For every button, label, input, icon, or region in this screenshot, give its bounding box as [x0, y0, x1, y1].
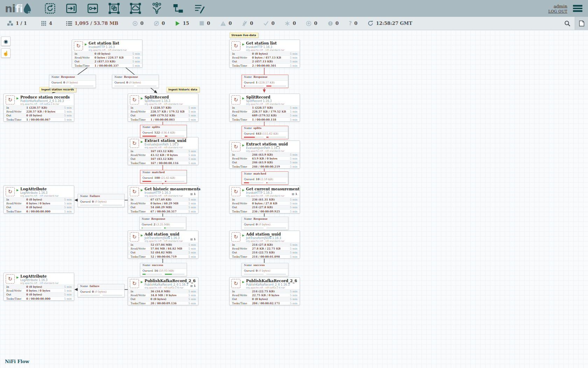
search-icon: [564, 20, 570, 27]
connection-label-success-right[interactable]: NamesuccessQueued0 (0 bytes): [241, 263, 288, 276]
stat-label: Out: [6, 114, 11, 117]
processor-produce-station-records[interactable]: ↻▶Produce station recordsPublishKafkaRec…: [4, 94, 74, 122]
input-port-component-button[interactable]: [65, 2, 78, 15]
hand-select-button[interactable]: ☝: [1, 48, 10, 58]
stat-value: 1 (228.57 KB): [252, 106, 273, 109]
stat-label: Tasks/Time: [131, 255, 146, 258]
processor-split-record-middle[interactable]: ↻▶SplitRecordSplitRecord 1.16.3org.apach…: [128, 94, 198, 122]
process-group-component-button[interactable]: [108, 2, 120, 15]
processor-log-attribute-bottom[interactable]: ↻▶LogAttributeLogAttribute 1.16.3org.apa…: [4, 273, 74, 301]
component-toolbar: [44, 2, 206, 15]
logout-link[interactable]: LOG OUT: [548, 9, 567, 13]
processor-type: JoltTransformJSON 1.16.3: [246, 237, 281, 240]
data-size-gauge: [266, 274, 286, 275]
queued-count: 522: [154, 131, 160, 134]
running-status-icon: ▶: [242, 97, 244, 100]
stat-window: 5 min: [188, 206, 196, 209]
processor-publish-kafka-middle[interactable]: ↻▶PublishKafkaRecord_2_6PublishKafkaReco…: [128, 277, 198, 305]
stat-label: Out: [6, 293, 11, 296]
queued-count: 0: [256, 223, 258, 226]
processor-component-button[interactable]: [44, 2, 56, 15]
stat-window: 5 min: [188, 198, 196, 201]
connection-label-splits-right[interactable]: NamesplitsQueued443 (115.62 KB): [241, 126, 288, 139]
processor-publish-kafka-right[interactable]: ↻▶PublishKafkaRecord_2_6PublishKafkaReco…: [229, 277, 300, 305]
stat-label: In: [232, 106, 235, 109]
connection-label-failure-bottom[interactable]: NamefailureQueued0 (0 bytes): [78, 284, 125, 297]
processor-get-station-list-left[interactable]: ↻▶Get station listInvokeHTTP 1.16.3org.a…: [72, 40, 142, 68]
stat-window: 5 min: [132, 64, 140, 67]
stat-window: 5 min: [132, 60, 140, 63]
stat-value: 52 / 00:00:06.719: [150, 255, 176, 258]
connection-label-response-left-b[interactable]: NameResponseQueued0 (0 bytes): [112, 75, 159, 88]
flow-canvas[interactable]: ◉ ☝ NiFi Flow Ingest station recordsInge…: [0, 30, 588, 368]
connection-label-response-left-a[interactable]: NameResponseQueued0 (0 bytes): [49, 75, 96, 88]
stat-window: 5 min: [188, 255, 196, 258]
stat-value: 0 (0 bytes): [26, 293, 42, 296]
stale-count: 0: [314, 21, 317, 26]
processor-get-current-measurement[interactable]: ↻▶Get current measurementInvokeHTTP 1.16…: [229, 185, 300, 213]
processor-type: PublishKafkaRecord_2_6 1.16.3: [246, 283, 290, 286]
connection-label-response-middle[interactable]: NameResponseQueued2 (3.25 MB): [139, 217, 186, 230]
output-port-component-button[interactable]: [86, 2, 99, 15]
refresh-icon[interactable]: [368, 20, 373, 26]
running-icon: [175, 21, 180, 26]
processor-get-historic-measurements[interactable]: ↻▶Get historic measurementsInvokeHTTP 1.…: [128, 185, 198, 213]
stat-value: 36 (34.8 MB): [150, 290, 170, 293]
breadcrumb[interactable]: NiFi Flow: [5, 359, 29, 364]
stat-value: 52 (84.82 MB): [150, 251, 172, 254]
connection-label-matched-middle[interactable]: NamematchedQueued100 (25.43 KB): [140, 170, 187, 183]
remote-process-group-component-button[interactable]: [129, 2, 142, 15]
stat-row: Read/Write0 bytes / 0 bytes5 min: [4, 201, 74, 205]
birdseye-panel-toggle-button[interactable]: [575, 17, 588, 30]
invalid-warning-icon: [220, 21, 226, 26]
stat-label: Out: [232, 161, 237, 164]
stat-label: Out: [6, 206, 11, 209]
processor-header: ↻▶SplitRecordSplitRecord 1.16.3org.apach…: [230, 94, 300, 105]
template-component-button[interactable]: [172, 2, 184, 15]
processor-extract-station-uuid-middle[interactable]: ↻▶Extract station_uuidEvaluateJsonPath 1…: [128, 137, 198, 165]
stat-value: 1 / 00:00:00.337: [94, 64, 119, 67]
stat-label: Out: [232, 114, 237, 117]
running-status-icon: ▶: [16, 276, 19, 279]
connection-label-matched-right[interactable]: NamematchedQueued10 (2.59 KB): [241, 171, 288, 185]
connection-label-failure-top[interactable]: NameFailureQueued0 (0 bytes): [78, 194, 125, 207]
processor-extract-station-uuid-right[interactable]: ↻▶Extract station_uuidEvaluateJsonPath 1…: [229, 141, 300, 169]
stat-label: In: [232, 52, 235, 55]
processor-name: Extract station_uuid: [145, 138, 186, 143]
up-to-date-check-icon: [263, 21, 269, 26]
label-component-button[interactable]: [193, 2, 206, 15]
processor-split-record-right[interactable]: ↻▶SplitRecordSplitRecord 1.16.3org.apach…: [229, 94, 300, 122]
processor-add-station-uuid-middle[interactable]: ↻▶Add station_uuidJoltTransformJSON 1.16…: [128, 231, 198, 259]
stat-row: Tasks/Time246 / 00:00:00.2195 min: [230, 164, 300, 168]
processor-log-attribute-top[interactable]: ↻▶LogAttributeLogAttribute 1.16.3org.apa…: [4, 185, 74, 213]
processor-get-station-list-right[interactable]: ↻▶Get station listInvokeHTTP 1.16.3org.a…: [229, 40, 300, 68]
processor-header: ↻▶PublishKafkaRecord_2_6PublishKafkaReco…: [230, 278, 300, 289]
running-status-icon: ▶: [141, 97, 143, 100]
running-status-icon: ▶: [242, 144, 244, 147]
connection-label-splits-middle[interactable]: NamesplitsQueued522 (136.4 KB): [140, 125, 187, 138]
canvas-label-stream-live-data[interactable]: Stream live-data: [229, 33, 258, 38]
canvas-label-ingest-historic-data[interactable]: Ingest historic data: [166, 87, 200, 92]
global-menu-button[interactable]: [572, 4, 583, 13]
processor-name: Get current measurement: [246, 187, 300, 191]
processor-add-station-uuid-right[interactable]: ↻▶Add station_uuidJoltTransformJSON 1.16…: [229, 231, 300, 259]
stat-value: 0 bytes / 0 bytes: [26, 289, 50, 292]
connection-label-response-right-top[interactable]: NameResponseQueued1 (228.57 KB): [241, 75, 288, 88]
funnel-component-button[interactable]: [150, 2, 163, 15]
stat-row: Tasks/Time214 / 00:00:01.0985 min: [230, 254, 300, 258]
search-button[interactable]: [560, 20, 575, 27]
backpressure-gauges: [78, 295, 124, 297]
stat-window: 5 min: [188, 210, 196, 213]
birdseye-button[interactable]: ◉: [1, 36, 10, 46]
stat-value: 167 (43.12 KB): [150, 157, 173, 161]
queued-size: (0 bytes): [259, 223, 271, 226]
processor-name: Get station list: [246, 41, 277, 45]
connection-label-response-right-bottom[interactable]: NameResponseQueued0 (0 bytes): [241, 217, 288, 230]
processor-type: SplitRecord 1.16.3: [145, 100, 170, 103]
queued-count: 16: [154, 269, 158, 272]
threads-icon: [41, 21, 47, 26]
connection-label-success-middle[interactable]: NamesuccessQueued16 (50.03 MB): [140, 263, 187, 276]
stat-label: Out: [131, 157, 135, 161]
active-threads-badge: ▦ 1: [190, 284, 196, 287]
stat-row: Tasks/Time67 / 00:00:30.3175 min: [128, 209, 198, 213]
